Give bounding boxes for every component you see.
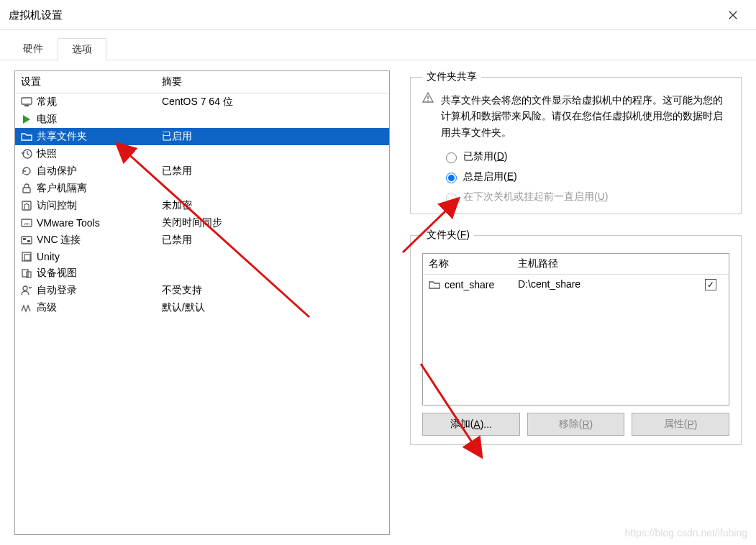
settings-header-summary: 摘要 [156,71,389,93]
folders-col-hostpath: 主机路径 [512,254,693,274]
folder-icon [21,131,32,142]
settings-row[interactable]: 设备视图 [15,265,389,282]
folder-row-name: cent_share [445,279,494,290]
folder-row[interactable]: cent_shareD:\cent_share✓ [423,275,729,294]
folder-row-checkbox[interactable]: ✓ [705,279,716,290]
settings-row[interactable]: 自动登录不受支持 [15,282,389,299]
settings-row[interactable]: Unity [15,249,389,265]
settings-row-label: 设备视图 [37,267,77,280]
svg-rect-8 [23,238,26,240]
settings-row-label: 客户机隔离 [37,182,87,195]
close-button[interactable] [719,1,747,29]
monitor-icon [21,96,32,108]
folders-table-header: 名称 主机路径 [423,254,729,275]
folder-row-hostpath: D:\cent_share [512,275,693,294]
add-button[interactable]: 添加(A)... [422,413,520,436]
folder-sharing-group: 文件夹共享 共享文件夹会将您的文件显示给虚拟机中的程序。这可能为您的计算机和数据… [410,70,742,214]
lock-icon [21,183,32,194]
settings-row-summary: 不受支持 [156,282,389,299]
settings-row-label: 高级 [37,301,57,314]
settings-row[interactable]: 访问控制未加密 [15,197,389,214]
window-title: 虚拟机设置 [9,9,63,22]
device-icon [21,267,32,279]
tabs: 硬件 选项 [0,30,756,60]
refresh-icon [21,165,32,177]
radio-always-enabled-input[interactable] [446,173,457,183]
svg-rect-1 [24,105,29,106]
settings-row[interactable]: 客户机隔离 [15,180,389,197]
radio-until-shutdown-label: 在下次关机或挂起前一直启用(U) [463,191,608,203]
settings-row[interactable]: 常规CentOS 7 64 位 [15,93,389,111]
settings-list-header: 设置 摘要 [15,71,389,93]
settings-row-label: 共享文件夹 [37,130,87,143]
settings-row-summary: 已启用 [156,128,389,145]
radio-always-enabled-label: 总是启用(E) [463,170,517,183]
settings-row-summary [156,152,389,156]
settings-row-label: Unity [37,251,60,262]
svg-point-14 [23,286,27,290]
close-icon [728,10,738,20]
settings-row-summary: 默认/默认 [156,299,389,316]
radio-disabled-input[interactable] [446,152,457,163]
svg-rect-0 [22,98,32,104]
settings-row[interactable]: 共享文件夹已启用 [15,128,389,145]
radio-until-shutdown-input [446,193,457,203]
advanced-icon [21,302,32,313]
svg-rect-9 [27,240,30,242]
settings-row-summary: CentOS 7 64 位 [156,93,389,111]
settings-row-summary: 未加密 [156,197,389,214]
folder-sharing-legend: 文件夹共享 [422,70,481,83]
svg-rect-16 [427,100,428,101]
settings-row[interactable]: 自动保护已禁用 [15,162,389,180]
settings-row-summary [156,255,389,259]
remove-button[interactable]: 移除(R) [527,413,625,436]
radio-always-enabled[interactable]: 总是启用(E) [442,170,729,183]
settings-header-setting: 设置 [15,71,156,93]
settings-row-label: 快照 [37,147,57,160]
folders-group: 文件夹(F) 名称 主机路径 cent_shareD:\cent_share✓ … [410,229,742,445]
vnc-icon [21,234,32,246]
settings-row[interactable]: 高级默认/默认 [15,299,389,316]
settings-row-summary [156,271,389,275]
folder-icon [429,279,440,290]
radio-disabled[interactable]: 已禁用(D) [442,150,729,163]
settings-row-label: 自动登录 [37,284,77,297]
svg-rect-15 [427,96,428,99]
history-icon [21,148,32,160]
svg-rect-11 [24,255,30,260]
settings-row-label: 电源 [37,113,57,126]
settings-row-summary: 关闭时间同步 [156,214,389,232]
unity-icon [21,251,32,262]
folder-sharing-warning: 共享文件夹会将您的文件显示给虚拟机中的程序。这可能为您的计算机和数据带来风险。请… [441,92,729,140]
settings-row-summary: 已禁用 [156,162,389,180]
folders-table[interactable]: 名称 主机路径 cent_shareD:\cent_share✓ [422,253,729,406]
warning-icon [422,92,434,104]
settings-row-label: VMware Tools [37,217,100,229]
watermark: https://blog.csdn.net/ifubing [625,527,747,539]
settings-row[interactable]: 快照 [15,145,389,162]
settings-row-label: 自动保护 [37,165,77,178]
play-icon [21,114,32,125]
svg-rect-3 [23,188,30,193]
folders-col-name: 名称 [423,254,512,274]
settings-row-summary [156,117,389,122]
tab-options[interactable]: 选项 [58,38,106,60]
autologin-icon [21,285,32,296]
settings-row[interactable]: 电源 [15,111,389,128]
svg-rect-10 [22,252,31,261]
settings-row-label: 常规 [37,96,57,109]
svg-rect-4 [22,201,31,210]
vm-icon: vm [21,217,32,229]
properties-button[interactable]: 属性(P) [632,413,729,436]
folders-legend: 文件夹(F) [422,229,474,242]
settings-row[interactable]: vmVMware Tools关闭时间同步 [15,214,389,232]
settings-row-label: VNC 连接 [37,234,81,247]
settings-row[interactable]: VNC 连接已禁用 [15,232,389,249]
tab-hardware[interactable]: 硬件 [9,37,58,60]
settings-list: 设置 摘要 常规CentOS 7 64 位电源共享文件夹已启用快照自动保护已禁用… [14,70,390,535]
titlebar: 虚拟机设置 [0,1,756,30]
settings-row-summary [156,186,389,191]
svg-rect-12 [22,270,28,277]
settings-row-summary: 已禁用 [156,232,389,249]
svg-text:vm: vm [24,221,29,226]
